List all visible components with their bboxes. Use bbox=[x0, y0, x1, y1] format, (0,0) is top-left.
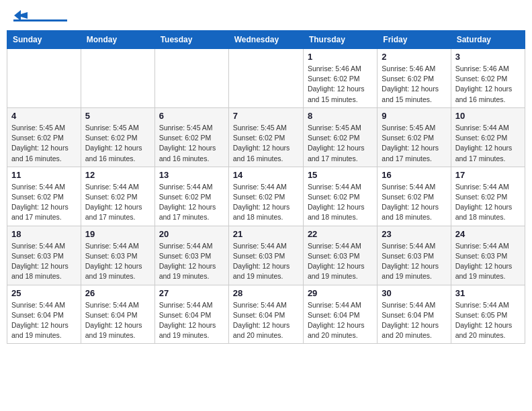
day-number: 12 bbox=[85, 170, 150, 180]
day-cell: 13Sunrise: 5:44 AM Sunset: 6:02 PM Dayli… bbox=[154, 167, 228, 226]
day-cell: 18Sunrise: 5:44 AM Sunset: 6:03 PM Dayli… bbox=[7, 226, 81, 285]
day-cell: 2Sunrise: 5:46 AM Sunset: 6:02 PM Daylig… bbox=[378, 49, 451, 108]
day-number: 25 bbox=[11, 288, 77, 298]
day-info: Sunrise: 5:45 AM Sunset: 6:02 PM Dayligh… bbox=[85, 123, 150, 164]
day-cell: 12Sunrise: 5:44 AM Sunset: 6:02 PM Dayli… bbox=[81, 167, 154, 226]
day-number: 17 bbox=[455, 170, 521, 180]
day-cell: 7Sunrise: 5:45 AM Sunset: 6:02 PM Daylig… bbox=[228, 107, 303, 167]
day-info: Sunrise: 5:45 AM Sunset: 6:02 PM Dayligh… bbox=[382, 123, 446, 164]
day-number: 21 bbox=[233, 229, 299, 239]
day-info: Sunrise: 5:46 AM Sunset: 6:02 PM Dayligh… bbox=[455, 64, 521, 105]
day-number: 18 bbox=[11, 229, 77, 239]
day-number: 8 bbox=[308, 111, 373, 121]
week-row-5: 25Sunrise: 5:44 AM Sunset: 6:04 PM Dayli… bbox=[7, 285, 525, 344]
day-cell: 10Sunrise: 5:44 AM Sunset: 6:02 PM Dayli… bbox=[451, 107, 525, 167]
day-info: Sunrise: 5:44 AM Sunset: 6:02 PM Dayligh… bbox=[308, 182, 373, 223]
day-number: 5 bbox=[85, 111, 150, 121]
day-cell: 29Sunrise: 5:44 AM Sunset: 6:04 PM Dayli… bbox=[303, 285, 377, 344]
day-cell bbox=[154, 49, 228, 108]
col-header-friday: Friday bbox=[378, 31, 451, 49]
day-info: Sunrise: 5:44 AM Sunset: 6:02 PM Dayligh… bbox=[233, 182, 299, 223]
day-number: 22 bbox=[308, 229, 373, 239]
day-cell bbox=[81, 49, 154, 108]
day-info: Sunrise: 5:44 AM Sunset: 6:02 PM Dayligh… bbox=[455, 123, 521, 164]
day-cell: 28Sunrise: 5:44 AM Sunset: 6:04 PM Dayli… bbox=[228, 285, 303, 344]
logo-underline bbox=[13, 19, 67, 21]
day-info: Sunrise: 5:44 AM Sunset: 6:04 PM Dayligh… bbox=[85, 300, 150, 341]
day-number: 3 bbox=[455, 52, 521, 62]
day-info: Sunrise: 5:44 AM Sunset: 6:04 PM Dayligh… bbox=[159, 300, 224, 341]
col-header-sunday: Sunday bbox=[7, 31, 81, 49]
day-number: 27 bbox=[159, 288, 224, 298]
day-cell: 25Sunrise: 5:44 AM Sunset: 6:04 PM Dayli… bbox=[7, 285, 81, 344]
day-info: Sunrise: 5:44 AM Sunset: 6:03 PM Dayligh… bbox=[85, 241, 150, 282]
day-number: 29 bbox=[308, 288, 373, 298]
day-cell: 19Sunrise: 5:44 AM Sunset: 6:03 PM Dayli… bbox=[81, 226, 154, 285]
day-info: Sunrise: 5:44 AM Sunset: 6:03 PM Dayligh… bbox=[455, 241, 521, 282]
col-header-tuesday: Tuesday bbox=[154, 31, 228, 49]
day-cell: 9Sunrise: 5:45 AM Sunset: 6:02 PM Daylig… bbox=[378, 107, 451, 167]
page-header bbox=[7, 7, 525, 25]
day-info: Sunrise: 5:44 AM Sunset: 6:03 PM Dayligh… bbox=[382, 241, 446, 282]
day-number: 23 bbox=[382, 229, 446, 239]
day-number: 4 bbox=[11, 111, 77, 121]
day-number: 7 bbox=[233, 111, 299, 121]
day-cell: 17Sunrise: 5:44 AM Sunset: 6:02 PM Dayli… bbox=[451, 167, 525, 226]
day-info: Sunrise: 5:44 AM Sunset: 6:03 PM Dayligh… bbox=[11, 241, 77, 282]
day-info: Sunrise: 5:44 AM Sunset: 6:03 PM Dayligh… bbox=[159, 241, 224, 282]
day-info: Sunrise: 5:46 AM Sunset: 6:02 PM Dayligh… bbox=[382, 64, 446, 105]
day-info: Sunrise: 5:46 AM Sunset: 6:02 PM Dayligh… bbox=[308, 64, 373, 105]
day-cell: 4Sunrise: 5:45 AM Sunset: 6:02 PM Daylig… bbox=[7, 107, 81, 167]
day-info: Sunrise: 5:45 AM Sunset: 6:02 PM Dayligh… bbox=[308, 123, 373, 164]
day-info: Sunrise: 5:44 AM Sunset: 6:04 PM Dayligh… bbox=[11, 300, 77, 341]
day-number: 24 bbox=[455, 229, 521, 239]
day-number: 26 bbox=[85, 288, 150, 298]
logo bbox=[13, 10, 67, 21]
day-number: 1 bbox=[308, 52, 373, 62]
day-cell: 6Sunrise: 5:45 AM Sunset: 6:02 PM Daylig… bbox=[154, 107, 228, 167]
col-header-thursday: Thursday bbox=[303, 31, 377, 49]
day-info: Sunrise: 5:44 AM Sunset: 6:02 PM Dayligh… bbox=[382, 182, 446, 223]
day-info: Sunrise: 5:45 AM Sunset: 6:02 PM Dayligh… bbox=[233, 123, 299, 164]
week-row-2: 4Sunrise: 5:45 AM Sunset: 6:02 PM Daylig… bbox=[7, 107, 525, 167]
week-row-1: 1Sunrise: 5:46 AM Sunset: 6:02 PM Daylig… bbox=[7, 49, 525, 108]
col-header-saturday: Saturday bbox=[451, 31, 525, 49]
week-row-4: 18Sunrise: 5:44 AM Sunset: 6:03 PM Dayli… bbox=[7, 226, 525, 285]
day-number: 15 bbox=[308, 170, 373, 180]
day-info: Sunrise: 5:44 AM Sunset: 6:02 PM Dayligh… bbox=[11, 182, 77, 223]
day-cell: 3Sunrise: 5:46 AM Sunset: 6:02 PM Daylig… bbox=[451, 49, 525, 108]
day-info: Sunrise: 5:44 AM Sunset: 6:03 PM Dayligh… bbox=[233, 241, 299, 282]
day-info: Sunrise: 5:45 AM Sunset: 6:02 PM Dayligh… bbox=[11, 123, 77, 164]
calendar-table: SundayMondayTuesdayWednesdayThursdayFrid… bbox=[7, 30, 525, 344]
day-cell: 11Sunrise: 5:44 AM Sunset: 6:02 PM Dayli… bbox=[7, 167, 81, 226]
day-cell: 27Sunrise: 5:44 AM Sunset: 6:04 PM Dayli… bbox=[154, 285, 228, 344]
day-number: 16 bbox=[382, 170, 446, 180]
week-row-3: 11Sunrise: 5:44 AM Sunset: 6:02 PM Dayli… bbox=[7, 167, 525, 226]
day-cell: 23Sunrise: 5:44 AM Sunset: 6:03 PM Dayli… bbox=[378, 226, 451, 285]
day-number: 2 bbox=[382, 52, 446, 62]
day-info: Sunrise: 5:44 AM Sunset: 6:03 PM Dayligh… bbox=[308, 241, 373, 282]
column-headers: SundayMondayTuesdayWednesdayThursdayFrid… bbox=[7, 31, 525, 49]
day-number: 19 bbox=[85, 229, 150, 239]
col-header-monday: Monday bbox=[81, 31, 154, 49]
day-number: 11 bbox=[11, 170, 77, 180]
day-cell bbox=[7, 49, 81, 108]
day-cell: 24Sunrise: 5:44 AM Sunset: 6:03 PM Dayli… bbox=[451, 226, 525, 285]
day-cell: 22Sunrise: 5:44 AM Sunset: 6:03 PM Dayli… bbox=[303, 226, 377, 285]
day-number: 30 bbox=[382, 288, 446, 298]
day-cell: 31Sunrise: 5:44 AM Sunset: 6:05 PM Dayli… bbox=[451, 285, 525, 344]
day-info: Sunrise: 5:44 AM Sunset: 6:04 PM Dayligh… bbox=[308, 300, 373, 341]
day-cell: 5Sunrise: 5:45 AM Sunset: 6:02 PM Daylig… bbox=[81, 107, 154, 167]
day-number: 31 bbox=[455, 288, 521, 298]
day-number: 9 bbox=[382, 111, 446, 121]
day-cell: 30Sunrise: 5:44 AM Sunset: 6:04 PM Dayli… bbox=[378, 285, 451, 344]
day-cell: 8Sunrise: 5:45 AM Sunset: 6:02 PM Daylig… bbox=[303, 107, 377, 167]
day-info: Sunrise: 5:44 AM Sunset: 6:02 PM Dayligh… bbox=[455, 182, 521, 223]
day-number: 14 bbox=[233, 170, 299, 180]
day-info: Sunrise: 5:44 AM Sunset: 6:05 PM Dayligh… bbox=[455, 300, 521, 341]
day-info: Sunrise: 5:44 AM Sunset: 6:04 PM Dayligh… bbox=[382, 300, 446, 341]
day-cell: 15Sunrise: 5:44 AM Sunset: 6:02 PM Dayli… bbox=[303, 167, 377, 226]
day-cell: 1Sunrise: 5:46 AM Sunset: 6:02 PM Daylig… bbox=[303, 49, 377, 108]
day-cell: 26Sunrise: 5:44 AM Sunset: 6:04 PM Dayli… bbox=[81, 285, 154, 344]
day-info: Sunrise: 5:44 AM Sunset: 6:04 PM Dayligh… bbox=[233, 300, 299, 341]
